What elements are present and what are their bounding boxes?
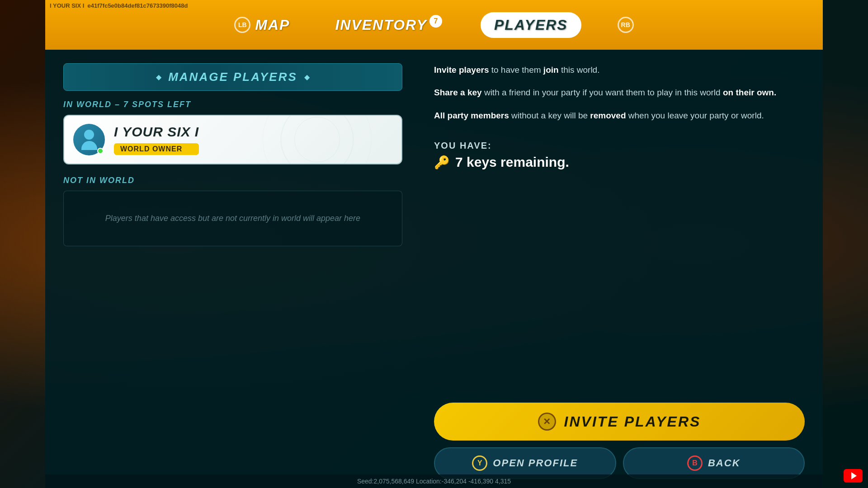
party-members-text: All party members without a key will be … [434, 109, 805, 122]
nav-inventory-label[interactable]: INVENTORY [335, 17, 427, 33]
nav-map-label[interactable]: MAP [255, 17, 290, 33]
y-button-icon: Y [472, 455, 487, 471]
keys-box: YOU HAVE: 🔑 7 keys remaining. [434, 136, 805, 174]
share-key-text: Share a key with a friend in your party … [434, 86, 805, 99]
status-bar: Seed:2,075,568,649 Location:-346,204 -41… [45, 474, 823, 488]
invite-label: INVITE PLAYERS [564, 413, 701, 430]
status-text: Seed:2,075,568,649 Location:-346,204 -41… [357, 478, 511, 485]
nav-item-map[interactable]: LB MAP [225, 13, 299, 37]
avatar-head [84, 130, 94, 140]
invite-x-icon: ✕ [538, 413, 556, 431]
lb-button[interactable]: LB [234, 17, 250, 33]
buttons-area: ✕ INVITE PLAYERS Y OPEN PROFILE B BACK [434, 403, 805, 479]
content-area: ◆ MANAGE PLAYERS ◆ IN WORLD – 7 SPOTS LE… [45, 50, 823, 488]
player-name: I YOUR SIX I [114, 124, 199, 140]
nav-item-inventory[interactable]: INVENTORY 7 [326, 13, 453, 37]
keys-remaining: 7 keys remaining. [455, 155, 569, 170]
b-button-icon: B [687, 455, 703, 471]
key-icon: 🔑 [434, 155, 450, 170]
nav-item-players[interactable]: PLAYERS [481, 12, 581, 38]
section-header: ◆ MANAGE PLAYERS ◆ [63, 63, 402, 91]
online-indicator [97, 148, 104, 154]
diamond-right-icon: ◆ [304, 73, 310, 81]
not-in-world-label: NOT IN WORLD [63, 176, 402, 185]
right-panel: Invite players to have them join this wo… [416, 50, 823, 488]
keys-count: 🔑 7 keys remaining. [434, 155, 805, 170]
player-card-bg [233, 116, 401, 164]
open-profile-label: OPEN PROFILE [493, 457, 578, 469]
player-avatar [73, 124, 105, 155]
section-title: MANAGE PLAYERS [168, 70, 297, 84]
nav-item-rb[interactable]: RB [609, 13, 643, 37]
invite-info-text: Invite players to have them join this wo… [434, 63, 805, 77]
player-card[interactable]: I YOUR SIX I World Owner [63, 115, 402, 164]
invite-players-button[interactable]: ✕ INVITE PLAYERS [434, 403, 805, 441]
avatar-body [81, 141, 97, 150]
inventory-badge: 7 [429, 15, 442, 28]
header-info: I YOUR SIX I e41f7fc5e0b84def81c7673390f… [50, 2, 188, 9]
avatar-figure [79, 130, 99, 150]
player-role-badge: World Owner [114, 143, 199, 155]
player-session-label: I YOUR SIX I [50, 2, 84, 9]
rb-button[interactable]: RB [618, 17, 634, 33]
nav-players-label[interactable]: PLAYERS [494, 17, 568, 33]
youtube-icon[interactable] [844, 469, 863, 483]
diamond-left-icon: ◆ [156, 73, 161, 81]
not-in-world-section: NOT IN WORLD Players that have access bu… [63, 176, 402, 246]
back-label: BACK [708, 457, 741, 469]
you-have-label: YOU HAVE: [434, 141, 805, 151]
empty-players-box: Players that have access but are not cur… [63, 191, 402, 246]
in-world-label: IN WORLD – 7 SPOTS LEFT [63, 100, 402, 109]
left-panel: ◆ MANAGE PLAYERS ◆ IN WORLD – 7 SPOTS LE… [45, 50, 416, 488]
session-id: e41f7fc5e0b84def81c7673390f8048d [88, 2, 188, 9]
player-info: I YOUR SIX I World Owner [114, 124, 199, 155]
empty-message: Players that have access but are not cur… [105, 214, 360, 223]
